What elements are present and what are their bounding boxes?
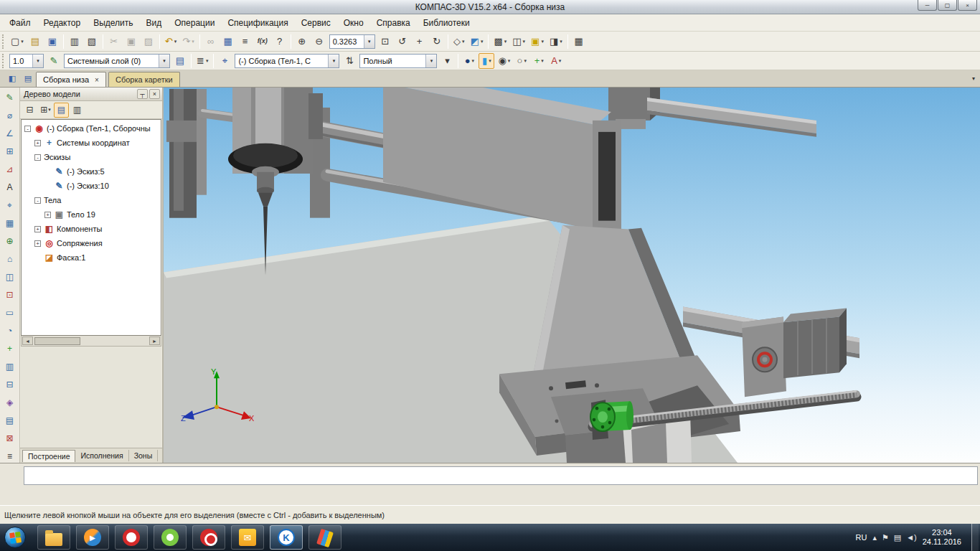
toolbar-grip[interactable] (2, 54, 6, 68)
style-button[interactable]: ✎ (46, 53, 62, 69)
component-up-button[interactable]: ⇅ (341, 53, 357, 69)
compact-collapse-button[interactable]: ⊟ (1, 376, 19, 393)
network-icon[interactable]: ▤ (894, 533, 901, 542)
properties-button[interactable]: ≡ (237, 34, 253, 50)
compact-section-button[interactable]: ◫ (1, 268, 19, 286)
expander-icon[interactable]: - (34, 154, 41, 161)
tree-item-0[interactable]: -◉(-) Сборка (Тел-1, Сборочны (22, 121, 161, 136)
close-button[interactable]: × (958, 0, 977, 11)
display-combo[interactable]: Полный▾ (359, 54, 437, 68)
pan-button[interactable]: + (412, 34, 428, 50)
compact-add-button[interactable]: ⊕ (1, 232, 19, 250)
shading-button[interactable]: ▮▾ (479, 53, 494, 69)
taskbar-media-player-button[interactable] (76, 525, 109, 550)
tree-item-5[interactable]: -Тела (22, 193, 161, 207)
property-bar-input[interactable] (24, 466, 978, 485)
tree-horizontal-scrollbar[interactable]: ◄ ► (21, 336, 161, 347)
zoom-in-button[interactable]: ⊕ (294, 34, 310, 50)
zoom-area-button[interactable]: ⊡ (377, 34, 393, 50)
taskbar-explorer-button[interactable] (37, 525, 70, 550)
compact-axis-button[interactable]: + (1, 340, 19, 357)
specification-button[interactable]: ▦ (220, 34, 236, 50)
expander-icon[interactable]: - (34, 197, 41, 204)
close-icon[interactable]: × (149, 89, 160, 99)
compact-sheet-button[interactable]: ▥ (1, 358, 19, 375)
expander-icon[interactable]: + (34, 140, 41, 146)
hidden-lines-button[interactable]: ▩▾ (491, 34, 509, 50)
cut-button[interactable]: ✂ (106, 34, 122, 50)
tree-item-7[interactable]: +◧Компоненты (22, 222, 161, 236)
compact-arc-button[interactable]: ◔ (1, 322, 19, 339)
tree-item-3[interactable]: ✎(-) Эскиз:5 (22, 164, 161, 179)
show-desktop-button[interactable] (971, 524, 979, 551)
taskbar-mail-button[interactable] (231, 525, 264, 550)
tab-1[interactable]: Сборка каретки (108, 72, 180, 87)
model-modes-button[interactable]: ◨▾ (547, 34, 565, 50)
zoom-scale-combo[interactable]: 0.3263▾ (329, 34, 375, 49)
compact-angle-button[interactable]: ∠ (1, 125, 19, 142)
tree-item-2[interactable]: -Эскизы (22, 150, 161, 164)
tabbar-doc-button-1[interactable]: ◧ (6, 72, 19, 85)
taskbar-kompas-button[interactable] (270, 525, 303, 550)
compact-plane-button[interactable]: ▭ (1, 304, 19, 321)
display-list-button[interactable]: ▾ (439, 53, 455, 69)
open-document-button[interactable]: ▤ (27, 34, 43, 50)
compact-layers-button[interactable]: ▤ (1, 412, 19, 429)
volume-icon[interactable]: ◄) (906, 533, 917, 542)
chevron-down-icon[interactable]: ▾ (425, 55, 436, 67)
tab-0[interactable]: Сборка низа× (36, 72, 106, 87)
compact-sketch-button[interactable]: ⌀ (1, 107, 19, 124)
menu-item-8[interactable]: Справка (370, 16, 417, 30)
minimize-button[interactable]: ─ (918, 0, 937, 11)
paste-button[interactable]: ▨ (141, 34, 156, 50)
expander-icon[interactable]: - (24, 126, 31, 132)
tabbar-doc-button-2[interactable]: ▤ (22, 72, 34, 85)
orientation-button[interactable]: ◇▾ (451, 34, 467, 50)
snap-button[interactable]: ≣▾ (194, 53, 210, 69)
print-button[interactable]: ▥ (67, 34, 83, 50)
start-button[interactable] (4, 527, 26, 548)
simplify-button[interactable]: ▣▾ (529, 34, 546, 50)
compact-grid-button[interactable]: ▦ (1, 215, 19, 232)
menu-item-7[interactable]: Окно (337, 16, 370, 30)
perspective-button[interactable]: ○▾ (514, 53, 529, 69)
refresh-view-button[interactable]: ↺ (395, 34, 410, 50)
compact-props-button[interactable]: ≡ (1, 448, 19, 463)
compact-measure-button[interactable]: ⊠ (1, 430, 19, 447)
panel-tab-2[interactable]: Зоны (129, 450, 159, 461)
compact-point-button[interactable]: ⌖ (1, 197, 19, 214)
layers-button[interactable]: ▤ (172, 53, 188, 69)
scroll-left-icon[interactable]: ◄ (22, 336, 33, 345)
tray-expand-icon[interactable]: ▴ (872, 533, 877, 542)
menu-item-5[interactable]: Спецификация (221, 16, 294, 30)
taskbar-icq-button[interactable] (154, 525, 187, 550)
chevron-down-icon[interactable]: ▾ (159, 55, 169, 67)
annotations-button[interactable]: A▾ (548, 53, 564, 69)
new-document-button[interactable]: ▢▾ (9, 34, 26, 50)
menu-item-2[interactable]: Выделить (87, 16, 139, 30)
undo-button[interactable]: ↶▾ (163, 34, 179, 50)
link-button[interactable]: ∞ (203, 34, 219, 50)
menu-item-1[interactable]: Редактор (37, 16, 88, 30)
display-mode-button[interactable]: ◩▾ (468, 34, 486, 50)
pin-icon[interactable]: ┬ (137, 89, 148, 99)
scroll-track[interactable] (33, 336, 149, 345)
scroll-right-icon[interactable]: ► (149, 336, 160, 345)
tab-overflow-button[interactable]: ▾ (972, 75, 975, 82)
language-indicator[interactable]: RU (855, 533, 867, 542)
chevron-down-icon[interactable]: ▾ (32, 55, 43, 67)
tree-composition-button[interactable]: ⊞▾ (38, 103, 53, 118)
spec-window-button[interactable]: ▦ (571, 34, 587, 50)
edges-button[interactable]: ◉▾ (496, 53, 512, 69)
compact-text-button[interactable]: A (1, 179, 19, 196)
viewport-3d[interactable]: Y X Z (164, 88, 980, 463)
tree-item-4[interactable]: ✎(-) Эскиз:10 (22, 179, 161, 193)
tree-item-8[interactable]: +◎Сопряжения (22, 236, 161, 250)
tree-structure-button[interactable]: ⊟ (22, 103, 37, 118)
save-button[interactable]: ▣ (44, 34, 60, 50)
chevron-down-icon[interactable]: ▾ (364, 35, 374, 48)
tray-clock[interactable]: 23:04 24.11.2016 (923, 528, 961, 547)
restore-button[interactable]: ▢ (938, 0, 957, 11)
menu-item-0[interactable]: Файл (3, 16, 37, 30)
taskbar-opera-button[interactable] (115, 525, 148, 550)
